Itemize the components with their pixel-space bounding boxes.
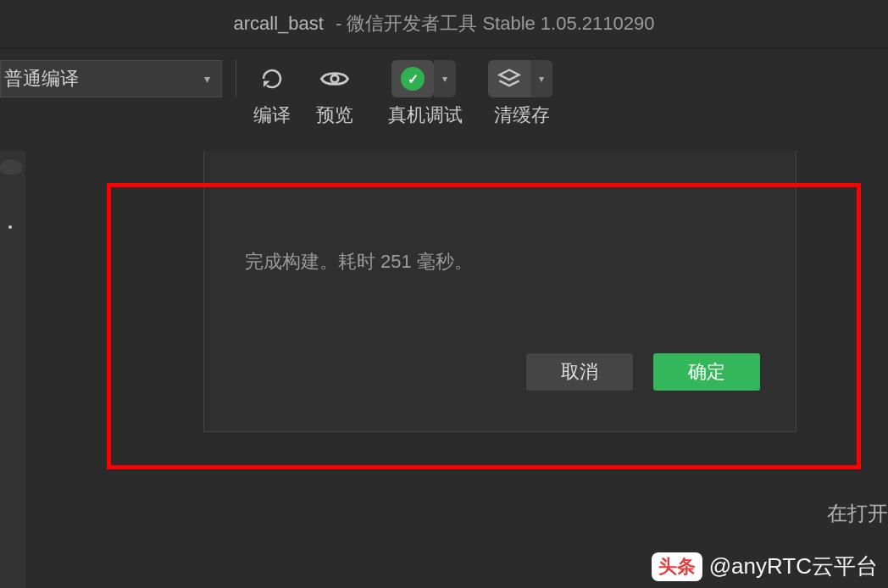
cloud-icon xyxy=(0,159,22,175)
status-text-partial: 在打开 xyxy=(827,500,888,527)
clear-cache-dropdown[interactable]: ▾ xyxy=(530,60,552,97)
clear-cache-button[interactable]: ▾ xyxy=(488,60,552,97)
compile-button[interactable] xyxy=(247,60,297,97)
title-separator: - xyxy=(336,13,341,35)
preview-label: 预览 xyxy=(305,103,364,128)
watermark-badge: 头条 xyxy=(652,552,702,581)
refresh-icon xyxy=(259,66,285,92)
preview-button[interactable] xyxy=(310,60,359,97)
compile-mode-dropdown[interactable]: 普通编译 ▾ xyxy=(0,60,222,97)
chevron-down-icon: ▾ xyxy=(192,72,221,86)
content-area: 完成构建。耗时 251 毫秒。 取消 确定 在打开 xyxy=(25,151,888,588)
check-circle-icon: ✓ xyxy=(401,67,425,91)
cancel-button[interactable]: 取消 xyxy=(526,353,633,391)
remote-debug-dropdown[interactable]: ▾ xyxy=(434,60,456,97)
left-sidebar xyxy=(0,151,25,588)
compile-mode-label: 普通编译 xyxy=(4,66,192,92)
dialog-actions: 取消 确定 xyxy=(526,353,760,391)
eye-icon xyxy=(320,69,349,89)
dialog-message: 完成构建。耗时 251 毫秒。 xyxy=(245,249,473,275)
project-name: arcall_bast xyxy=(234,13,324,35)
watermark: 头条 @anyRTC云平台 xyxy=(652,552,878,581)
layers-icon xyxy=(497,69,521,89)
title-bar: arcall_bast - 微信开发者工具 Stable 1.05.211029… xyxy=(0,0,888,47)
ok-button[interactable]: 确定 xyxy=(653,353,760,391)
svg-point-0 xyxy=(331,75,339,83)
build-result-dialog: 完成构建。耗时 251 毫秒。 取消 确定 xyxy=(203,151,796,432)
clear-cache-label: 清缓存 xyxy=(488,103,556,128)
indicator-dot xyxy=(8,225,12,229)
remote-debug-label: 真机调试 xyxy=(385,103,466,128)
remote-debug-button[interactable]: ✓ xyxy=(391,60,434,97)
watermark-handle: @anyRTC云平台 xyxy=(709,552,878,581)
toolbar-divider xyxy=(236,60,236,97)
toolbar: 普通编译 ▾ 编译 预览 ✓ ▾ 真机调试 ▾ 清缓存 xyxy=(0,47,888,149)
compile-label: 编译 xyxy=(242,103,302,128)
app-name-version: 微信开发者工具 Stable 1.05.2110290 xyxy=(347,11,654,36)
